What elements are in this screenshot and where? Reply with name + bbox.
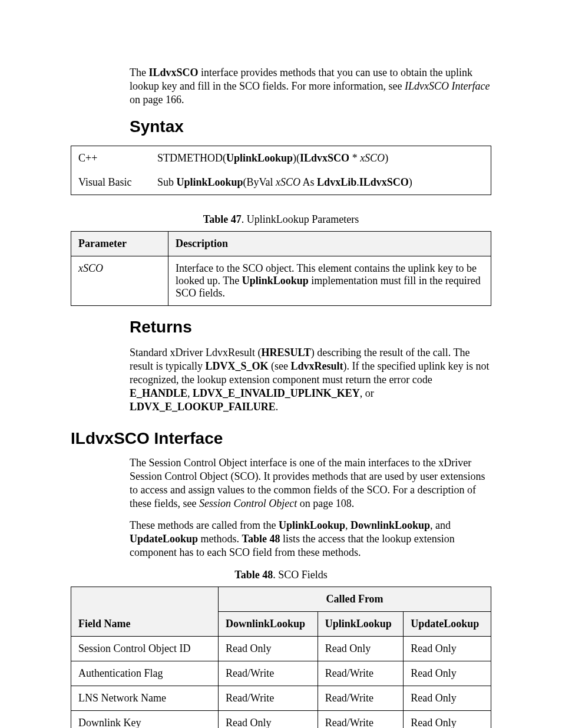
text: , or: [360, 387, 374, 399]
text: These methods are called from the: [130, 519, 279, 531]
table-cell: Read/Write: [318, 686, 404, 710]
text-bold: UplinkLookup: [226, 152, 293, 164]
syntax-code-cpp: STDMETHOD(UplinkLookup)(ILdvxSCO * xSCO): [150, 146, 491, 171]
table-cell: Read/Write: [318, 710, 404, 728]
table47-caption: Table 47. UplinkLookup Parameters: [71, 213, 491, 226]
table47: Parameter Description xSCO Interface to …: [71, 231, 491, 306]
table-cell: Session Control Object ID: [71, 636, 219, 661]
text-bold: LDVX_E_LOOKUP_FAILURE: [130, 401, 276, 413]
text-italic: xSCO: [276, 176, 300, 188]
table-cell: Read Only: [318, 636, 404, 661]
table-cell: Read Only: [404, 636, 491, 661]
text-bold: UplinkLookup: [177, 176, 243, 188]
table48: Field Name Called From DownlinkLookup Up…: [71, 587, 491, 728]
table-cell: Authentication Flag: [71, 661, 219, 686]
text-bold: E_HANDLE: [130, 387, 187, 399]
text-bold: ILdvxSCO: [359, 176, 409, 188]
table-row: LNS Network NameRead/WriteRead/WriteRead…: [71, 686, 491, 710]
returns-paragraph: Standard xDriver LdvxResult (HRESULT) de…: [130, 346, 491, 414]
table-cell: Read Only: [404, 710, 491, 728]
table-cell: Read Only: [219, 636, 318, 661]
text-italic: Session Control Object: [199, 498, 297, 509]
caption-bold: Table 47: [203, 213, 242, 225]
table47-h-description: Description: [168, 232, 491, 256]
text: Sub: [157, 176, 177, 188]
table-cell: LNS Network Name: [71, 686, 219, 710]
text: on page 166.: [130, 94, 184, 106]
text-bold: UplinkLookup: [279, 519, 345, 531]
table-cell: Read/Write: [318, 661, 404, 686]
text: Standard xDriver LdvxResult (: [130, 347, 261, 358]
text: on page 108.: [297, 498, 354, 509]
table-cell: Downlink Key: [71, 710, 219, 728]
table-cell: Read Only: [219, 710, 318, 728]
heading-returns: Returns: [130, 318, 491, 337]
table-cell: Read Only: [404, 686, 491, 710]
table48-caption: Table 48. SCO Fields: [71, 568, 491, 582]
text-bold: ILdvxSCO: [300, 152, 349, 164]
text: methods.: [198, 533, 242, 545]
text: As: [300, 176, 317, 188]
syntax-lang-vb: Visual Basic: [71, 170, 151, 195]
table47-param: xSCO: [71, 256, 168, 306]
table48-h-uplink: UplinkLookup: [318, 611, 404, 636]
caption-rest: . UplinkLookup Parameters: [242, 213, 359, 225]
table-cell: Read/Write: [219, 661, 318, 686]
text: (see: [269, 360, 291, 372]
iface-paragraph-2: These methods are called from the Uplink…: [130, 519, 491, 559]
table-cell: Read/Write: [219, 686, 318, 710]
heading-syntax: Syntax: [130, 117, 491, 136]
text: (ByVal: [243, 176, 276, 188]
text-bold: UpdateLookup: [130, 533, 198, 545]
syntax-code-vb: Sub UplinkLookup(ByVal xSCO As LdvxLib.I…: [150, 170, 491, 195]
text-bold: LDVX_S_OK: [205, 360, 268, 372]
text-bold: ILdvxSCO: [148, 67, 198, 78]
text-bold: UplinkLookup: [242, 275, 309, 286]
table48-h-update: UpdateLookup: [404, 611, 491, 636]
table47-h-parameter: Parameter: [71, 232, 168, 256]
text: ,: [345, 519, 351, 531]
text-bold: Table 48: [242, 533, 280, 545]
text: ): [409, 176, 412, 188]
table-cell: Read Only: [404, 661, 491, 686]
table-row: Downlink KeyRead OnlyRead/WriteRead Only: [71, 710, 491, 728]
text: *: [349, 152, 360, 164]
table48-h-fieldname: Field Name: [71, 587, 219, 636]
text-bold: HRESULT: [261, 347, 310, 358]
table48-h-downlink: DownlinkLookup: [219, 611, 318, 636]
text: )(: [293, 152, 300, 164]
text: .: [276, 401, 279, 413]
text-bold: LDVX_E_INVALID_UPLINK_KEY: [193, 387, 360, 399]
syntax-table: C++ STDMETHOD(UplinkLookup)(ILdvxSCO * x…: [71, 146, 491, 195]
text: The: [130, 67, 148, 78]
text: STDMETHOD(: [157, 152, 226, 164]
text: , and: [430, 519, 451, 531]
syntax-lang-cpp: C++: [71, 146, 151, 171]
caption-bold: Table 48: [234, 569, 273, 581]
text-bold: LdvxLib: [317, 176, 356, 188]
text: ): [385, 152, 388, 164]
heading-ildvxsco-interface: ILdvxSCO Interface: [71, 429, 491, 448]
text-bold: DownlinkLookup: [351, 519, 430, 531]
iface-paragraph-1: The Session Control Object interface is …: [130, 456, 491, 510]
text-italic: ILdvxSCO Interface: [405, 80, 490, 92]
text-bold: LdvxResult: [290, 360, 343, 372]
caption-rest: . SCO Fields: [273, 569, 328, 581]
table-row: Authentication FlagRead/WriteRead/WriteR…: [71, 661, 491, 686]
intro-paragraph: The ILdvxSCO interface provides methods …: [130, 66, 491, 107]
table48-h-calledfrom: Called From: [219, 587, 491, 611]
table-row: Session Control Object IDRead OnlyRead O…: [71, 636, 491, 661]
table47-desc: Interface to the SCO object. This elemen…: [168, 256, 491, 306]
text: ,: [187, 387, 193, 399]
text-italic: xSCO: [360, 152, 385, 164]
